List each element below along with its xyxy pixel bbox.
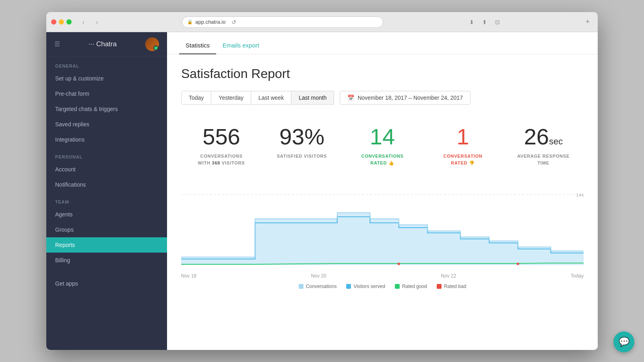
avatar[interactable]: [145, 37, 159, 51]
sidebar-item-targeted[interactable]: Targeted chats & triggers: [46, 101, 167, 117]
stat-conversations-label: CONVERSATIONS WITH 368 VISITORS: [185, 153, 258, 166]
sidebar-item-account[interactable]: Account: [46, 162, 167, 177]
new-tab-button[interactable]: ⊡: [492, 17, 503, 27]
stat-rated-good-label: CONVERSATIONSRATED 👍: [346, 153, 419, 166]
legend-conversations-label: Conversations: [306, 284, 337, 289]
download-button[interactable]: ⬇: [466, 17, 477, 27]
tabs-bar: Statistics Emails export: [167, 32, 598, 54]
date-filters: Today Yesterday Last week Last month 📅 N…: [181, 91, 584, 105]
report-content: Satisfaction Report Today Yesterday Last…: [167, 54, 598, 350]
svg-point-4: [517, 263, 519, 265]
stat-response-time-label: AVERAGE RESPONSETIME: [507, 153, 580, 166]
tab-emails-export[interactable]: Emails export: [216, 37, 266, 54]
legend-visitors-served: Visitors served: [346, 284, 385, 289]
traffic-lights: [51, 19, 72, 25]
legend-rated-bad-label: Rated bad: [444, 284, 466, 289]
legend-rated-good-label: Rated good: [402, 284, 427, 289]
browser-window: ‹ › 🔒 app.chatra.io ↺ ⬇ ⬆ ⊡ + ☰ ··· Chat…: [46, 12, 598, 350]
add-tab-button[interactable]: +: [582, 17, 593, 27]
sidebar-item-setup[interactable]: Set up & customize: [46, 71, 167, 86]
sidebar-item-saved[interactable]: Saved replies: [46, 117, 167, 132]
sidebar-item-billing[interactable]: Billing: [46, 253, 167, 268]
chat-widget-icon: 💬: [619, 337, 630, 347]
stat-rated-good-value: 14: [346, 125, 419, 148]
stat-conversations: 556 CONVERSATIONS WITH 368 VISITORS: [181, 117, 262, 174]
chart-reference-line: 144: [576, 193, 584, 197]
close-traffic-light[interactable]: [51, 19, 56, 25]
fullscreen-traffic-light[interactable]: [66, 19, 72, 25]
url-text: app.chatra.io: [195, 19, 225, 25]
filter-last-month[interactable]: Last month: [291, 91, 334, 105]
stat-satisfied-value: 93%: [266, 125, 338, 148]
legend-conversations-dot: [299, 284, 303, 289]
stat-rated-good: 14 CONVERSATIONSRATED 👍: [342, 117, 423, 174]
sidebar-item-integrations[interactable]: Integrations: [46, 132, 167, 147]
legend-rated-good-dot: [395, 284, 400, 289]
legend-conversations: Conversations: [299, 284, 337, 289]
chart-legend: Conversations Visitors served Rated good: [181, 284, 584, 289]
x-label-nov22: Nov 22: [441, 273, 456, 279]
address-bar[interactable]: 🔒 app.chatra.io ↺: [182, 16, 383, 28]
sidebar-section-team: TEAM: [46, 192, 167, 207]
lock-icon: 🔒: [187, 19, 193, 25]
legend-visitors-served-dot: [346, 284, 351, 289]
sidebar-item-getapps[interactable]: Get apps: [46, 276, 167, 291]
sidebar-item-agents[interactable]: Agents: [46, 207, 167, 222]
forward-button[interactable]: ›: [92, 17, 102, 27]
filter-today[interactable]: Today: [181, 91, 211, 105]
stats-row: 556 CONVERSATIONS WITH 368 VISITORS 93% …: [181, 117, 584, 174]
stat-response-time-value: 26sec: [507, 125, 580, 148]
back-button[interactable]: ‹: [78, 17, 89, 27]
x-label-today: Today: [571, 273, 584, 279]
sidebar-header: ☰ ··· Chatra: [46, 32, 167, 56]
legend-rated-good: Rated good: [395, 284, 427, 289]
sidebar-section-general: GENERAL: [46, 56, 167, 71]
app-container: ☰ ··· Chatra GENERAL Set up & customize …: [46, 32, 598, 350]
sidebar-item-groups[interactable]: Groups: [46, 222, 167, 237]
stat-rated-bad-label: CONVERSATIONRATED 👎: [427, 153, 499, 166]
sidebar-item-notifications[interactable]: Notifications: [46, 177, 167, 192]
stat-satisfied-label: SATISFIED VISITORS: [266, 153, 338, 160]
hamburger-icon[interactable]: ☰: [54, 40, 60, 48]
share-button[interactable]: ⬆: [479, 17, 490, 27]
reload-button[interactable]: ↺: [231, 19, 236, 25]
report-title: Satisfaction Report: [181, 66, 584, 81]
filter-last-week[interactable]: Last week: [251, 91, 291, 105]
chart-x-labels: Nov 18 Nov 20 Nov 22 Today: [181, 271, 584, 279]
sidebar-section-personal: PERSONAL: [46, 147, 167, 162]
sidebar: ☰ ··· Chatra GENERAL Set up & customize …: [46, 32, 167, 350]
chart-container: 144: [181, 189, 584, 277]
legend-rated-bad: Rated bad: [437, 284, 466, 289]
legend-rated-bad-dot: [437, 284, 442, 289]
minimize-traffic-light[interactable]: [59, 19, 64, 25]
browser-titlebar: ‹ › 🔒 app.chatra.io ↺ ⬇ ⬆ ⊡ +: [46, 12, 598, 32]
x-label-nov18: Nov 18: [181, 273, 196, 279]
calendar-icon: 📅: [347, 95, 354, 101]
stat-conversations-value: 556: [185, 125, 258, 148]
chat-widget-button[interactable]: 💬: [613, 331, 634, 352]
svg-point-3: [398, 263, 400, 265]
sidebar-item-prechat[interactable]: Pre-chat form: [46, 86, 167, 101]
main-content: Statistics Emails export Satisfaction Re…: [167, 32, 598, 350]
browser-actions: ⬇ ⬆ ⊡: [466, 17, 503, 27]
tab-statistics[interactable]: Statistics: [179, 37, 216, 54]
legend-visitors-served-label: Visitors served: [353, 284, 385, 289]
filter-yesterday[interactable]: Yesterday: [211, 91, 251, 105]
brand-name: ··· Chatra: [64, 40, 141, 48]
stat-rated-bad: 1 CONVERSATIONRATED 👎: [423, 117, 503, 174]
x-label-nov20: Nov 20: [311, 273, 326, 279]
date-range-text: November 18, 2017 – November 24, 2017: [357, 95, 463, 101]
chart-svg: [181, 189, 584, 269]
stat-response-time: 26sec AVERAGE RESPONSETIME: [503, 117, 584, 174]
stat-satisfied: 93% SATISFIED VISITORS: [262, 117, 342, 174]
sidebar-item-reports[interactable]: Reports: [46, 237, 167, 253]
stat-rated-bad-value: 1: [427, 125, 499, 148]
date-range-picker[interactable]: 📅 November 18, 2017 – November 24, 2017: [340, 91, 471, 105]
